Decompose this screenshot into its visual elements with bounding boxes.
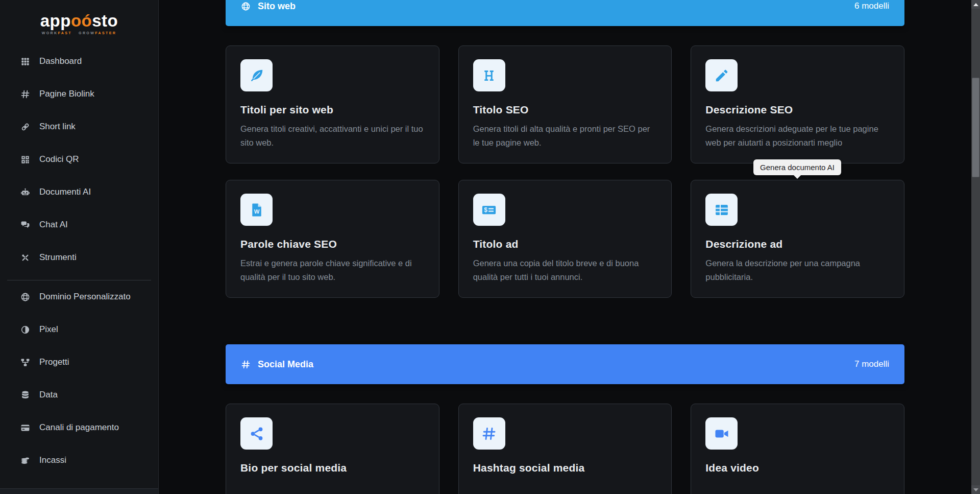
sidebar-item-label: Documenti AI: [39, 187, 91, 197]
sidebar-item-label: Codici QR: [39, 154, 79, 164]
card-bio-per-social-media[interactable]: Bio per social media: [226, 404, 439, 494]
sidebar-item-short-link[interactable]: Short link: [0, 116, 158, 137]
sidebar-item-label: Pixel: [39, 324, 58, 335]
section-sito-web: Sito web6 modelliTitoli per sito webGene…: [226, 0, 904, 298]
card-grid: Bio per social mediaHashtag social media…: [226, 404, 904, 494]
card-title: Titoli per sito web: [240, 104, 425, 116]
card-idea-video[interactable]: Idea video: [691, 404, 904, 494]
card-description: Genera la descrizione per una campagna p…: [705, 256, 890, 284]
svg-text:W: W: [254, 208, 259, 215]
sidebar-nav: DashboardPagine BiolinkShort linkCodici …: [0, 51, 158, 471]
credit-card-icon: [19, 422, 31, 433]
file-word-icon: W: [249, 202, 264, 218]
card-description: Genera descrizioni adeguate per le tue p…: [705, 122, 890, 150]
feather-icon: [249, 68, 264, 83]
card-icon-box: W: [240, 194, 273, 226]
card-description: Genera titoli di alta qualità e pronti p…: [473, 122, 657, 150]
card-parole-chiave-seo[interactable]: WParole chiave SEOEstrai e genera parole…: [226, 180, 439, 298]
sidebar-item-label: Canali di pagamento: [39, 422, 119, 433]
heading-icon: [481, 68, 497, 83]
sidebar-item-label: Short link: [39, 122, 76, 132]
section-model-count: 6 modelli: [854, 1, 889, 11]
scroll-up-button[interactable]: [971, 0, 980, 9]
sidebar-item-documenti-ai[interactable]: Documenti AI: [0, 182, 158, 202]
card-titoli-per-sito-web[interactable]: Titoli per sito webGenera titoli creativ…: [226, 45, 439, 163]
project-icon: [19, 357, 31, 367]
card-title: Titolo SEO: [473, 104, 657, 116]
sidebar-item-label: Strumenti: [39, 252, 77, 263]
app-logo[interactable]: appoósto WORKFAST GROWFASTER: [0, 0, 158, 35]
qrcode-icon: [19, 154, 31, 164]
section-banner-social-media[interactable]: Social Media7 modelli: [226, 344, 904, 384]
scrollbar-thumb[interactable]: [972, 78, 979, 177]
grid-icon: [19, 56, 31, 66]
sidebar-item-codici-qr[interactable]: Codici QR: [0, 149, 158, 170]
card-description: Estrai e genera parole chiave significat…: [240, 256, 425, 284]
card-titolo-ad[interactable]: $Titolo adGenera una copia del titolo br…: [458, 180, 672, 298]
sidebar-item-dominio-personalizzato[interactable]: Dominio Personalizzato: [0, 287, 158, 307]
sidebar-item-label: Progetti: [39, 357, 69, 367]
table-icon: [714, 202, 729, 218]
sidebar-item-dashboard[interactable]: Dashboard: [0, 51, 158, 72]
hash-icon: [19, 89, 31, 99]
card-descrizione-ad[interactable]: Descrizione adGenera la descrizione per …: [691, 180, 904, 298]
app-logo-tagline: WORKFAST GROWFASTER: [0, 31, 158, 35]
card-title: Parole chiave SEO: [240, 238, 425, 250]
sidebar-item-incassi[interactable]: Incassi: [0, 450, 158, 471]
app-logo-text: appoósto: [0, 11, 158, 31]
card-title: Descrizione SEO: [705, 104, 890, 116]
scroll-down-button[interactable]: [971, 485, 980, 494]
globe-icon: [19, 292, 31, 302]
section-title: Sito web: [258, 1, 296, 12]
sidebar-item-label: Dominio Personalizzato: [39, 292, 131, 302]
card-title: Titolo ad: [473, 238, 657, 250]
sidebar-item-pagine-biolink[interactable]: Pagine Biolink: [0, 84, 158, 104]
section-social-media: Social Media7 modelliBio per social medi…: [226, 344, 904, 494]
card-hashtag-social-media[interactable]: Hashtag social media: [458, 404, 672, 494]
chat-icon: [19, 220, 31, 230]
card-icon-box: [705, 59, 738, 91]
card-title: Bio per social media: [240, 462, 425, 474]
card-titolo-seo[interactable]: Titolo SEOGenera titoli di alta qualità …: [458, 45, 672, 163]
card-icon-box: [705, 194, 738, 226]
card-descrizione-seo[interactable]: Descrizione SEOGenera descrizioni adegua…: [691, 45, 904, 163]
pencil-icon: [714, 68, 729, 83]
tooltip-genera-documento-ai: Genera documento AI: [753, 159, 841, 175]
sidebar: appoósto WORKFAST GROWFASTER DashboardPa…: [0, 0, 159, 494]
card-title: Hashtag social media: [473, 462, 657, 474]
card-title: Descrizione ad: [705, 238, 890, 250]
video-icon: [714, 426, 729, 441]
globe-icon: [241, 2, 251, 11]
sidebar-item-label: Dashboard: [39, 56, 82, 66]
sidebar-item-canali-di-pagamento[interactable]: Canali di pagamento: [0, 417, 158, 438]
money-check-icon: $: [481, 202, 497, 218]
card-icon-box: [473, 417, 505, 450]
vertical-scrollbar[interactable]: [971, 0, 980, 494]
svg-text:$: $: [484, 206, 487, 213]
link-icon: [19, 122, 31, 132]
hash-icon: [241, 360, 251, 369]
card-icon-box: [240, 417, 273, 450]
sidebar-item-label: Chat AI: [39, 220, 68, 230]
main-area: Sito web6 modelliTitoli per sito webGene…: [159, 0, 971, 480]
database-icon: [19, 390, 31, 400]
card-title: Idea video: [705, 462, 890, 474]
sidebar-item-pixel[interactable]: Pixel: [0, 319, 158, 340]
section-title: Social Media: [258, 359, 313, 370]
sidebar-item-label: Incassi: [39, 455, 66, 465]
coins-icon: [19, 455, 31, 465]
sidebar-item-progetti[interactable]: Progetti: [0, 352, 158, 372]
card-icon-box: [240, 59, 273, 91]
robot-icon: [19, 187, 31, 197]
sidebar-item-data[interactable]: Data: [0, 385, 158, 405]
share-icon: [249, 426, 264, 441]
card-icon-box: $: [473, 194, 505, 226]
section-banner-sito-web[interactable]: Sito web6 modelli: [226, 0, 904, 26]
sidebar-divider: [7, 280, 151, 280]
section-model-count: 7 modelli: [854, 359, 889, 369]
tools-icon: [19, 252, 31, 263]
sidebar-item-strumenti[interactable]: Strumenti: [0, 247, 158, 268]
card-icon-box: [473, 59, 505, 91]
sidebar-item-chat-ai[interactable]: Chat AI: [0, 215, 158, 235]
card-icon-box: [705, 417, 738, 450]
